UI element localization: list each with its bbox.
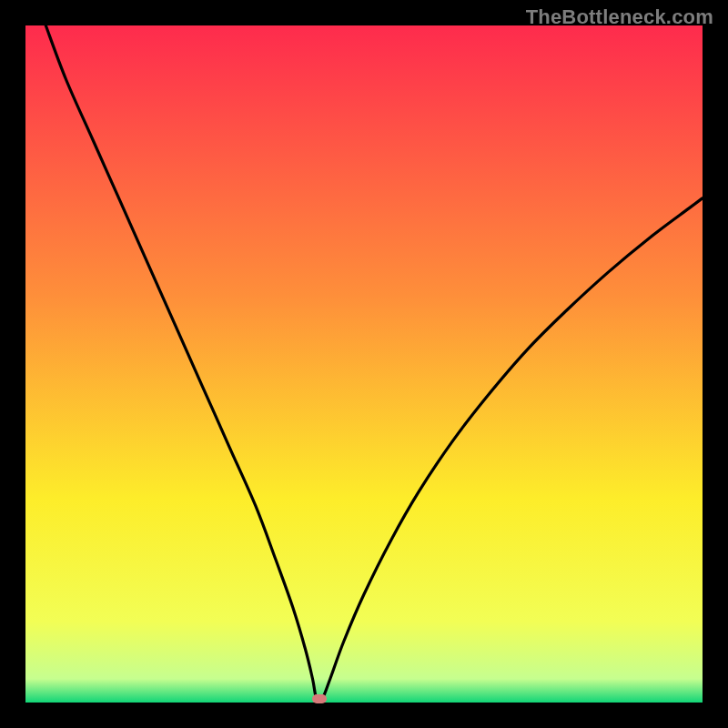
bottleneck-curve bbox=[25, 25, 703, 703]
optimum-marker bbox=[312, 694, 327, 703]
watermark-text: TheBottleneck.com bbox=[526, 5, 713, 29]
chart-frame: TheBottleneck.com bbox=[0, 0, 728, 728]
